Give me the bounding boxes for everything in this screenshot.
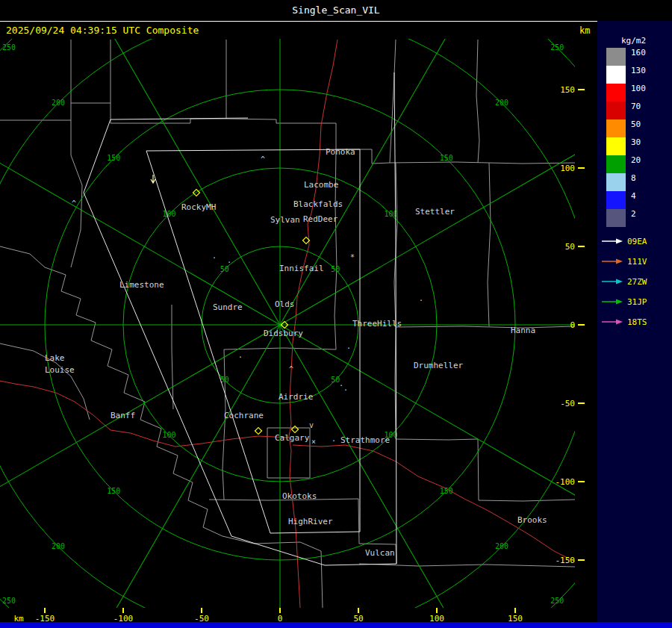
town-label-stettler: Stettler	[415, 207, 455, 217]
point-marker: v	[309, 421, 314, 429]
town-label-blackfalds: Blackfalds	[293, 199, 343, 209]
colorbar-swatch-50	[606, 119, 626, 137]
colorbar-value-label: 2	[631, 210, 636, 219]
county-boundary-line	[396, 326, 575, 328]
map-markers: ^^*·····^··v×·	[72, 155, 423, 446]
county-boundary-line	[226, 40, 396, 164]
range-ring-label: 200	[52, 99, 65, 107]
point-marker: ·	[227, 258, 231, 267]
town-label-louise: Louise	[45, 365, 75, 375]
arrow-head	[616, 239, 623, 244]
radar-legend: 09EA111V27ZW31JP18TS	[600, 236, 671, 344]
colorbar-swatch-4	[606, 191, 626, 209]
town-label-calgary: Calgary	[275, 433, 310, 443]
radar-arrow-icon	[600, 277, 624, 286]
colorbar-value-label: 100	[631, 84, 646, 93]
range-ring-label: 250	[550, 43, 564, 52]
range-ring-label: 100	[162, 210, 175, 218]
colorbar-units: kg/m2	[621, 36, 646, 46]
colorbar-value-label: 30	[631, 138, 641, 147]
town-label-airdrie: Airdrie	[279, 392, 313, 402]
timestamp: 2025/09/24 04:39:15 UTC Composite	[6, 25, 199, 36]
colorbar-value-label: 50	[631, 120, 641, 129]
radar-station-id: 27ZW	[627, 277, 647, 287]
radar-arrow-icon	[600, 317, 624, 326]
right-axis-tick-label: 0	[570, 320, 575, 330]
town-diamond-marker	[291, 426, 298, 432]
arrow-head	[616, 259, 623, 264]
radar-arrow-icon	[600, 297, 624, 306]
right-axis-unit: km	[579, 25, 590, 36]
town-label-highriver: HighRiver	[288, 517, 333, 526]
radar-map: 5010015020025050100150200250501001502002…	[0, 21, 597, 626]
county-boundary-line	[0, 246, 45, 267]
point-marker: *	[350, 253, 355, 261]
town-label-reddeer: RedDeer	[303, 214, 338, 224]
right-axis-tick-label: 100	[560, 164, 575, 173]
town-label-sundre: Sundre	[213, 302, 243, 312]
title-bar: Single_Scan_VIL	[0, 0, 672, 22]
range-ring-200km	[0, 21, 594, 626]
town-label-hanna: Hanna	[511, 326, 535, 335]
radar-display: Single_Scan_VIL	[0, 0, 672, 628]
range-ring-label: 150	[107, 487, 120, 495]
colorbar: 16013010070503020842	[606, 48, 669, 234]
range-ring-250km	[0, 21, 597, 626]
point-marker: ^	[72, 199, 76, 208]
colorbar-swatch-2	[606, 209, 626, 227]
town-label-olds: Olds	[275, 299, 295, 309]
range-ring-label: 150	[107, 154, 120, 162]
town-label-okotoks: Okotoks	[282, 491, 317, 501]
window-title: Single_Scan_VIL	[292, 4, 379, 16]
town-label-didsbury: Didsbury	[264, 329, 303, 338]
radar-coverage-outline	[84, 72, 396, 565]
county-boundary-line	[476, 40, 479, 163]
colorbar-value-label: 160	[631, 49, 646, 57]
arrow-head	[616, 320, 623, 325]
colorbar-swatch-100	[606, 84, 626, 102]
colorbar-value-label: 8	[631, 174, 636, 183]
county-boundary-line	[223, 536, 323, 608]
point-marker: ·	[343, 386, 348, 394]
right-axis-tick-label: 50	[565, 242, 575, 252]
right-axis-tick-label: -50	[560, 399, 575, 408]
town-diamond-marker	[255, 427, 261, 434]
point-marker: ·	[419, 296, 423, 305]
colorbar-swatch-70	[606, 102, 626, 119]
point-marker: ·	[238, 353, 243, 361]
county-boundary-line	[396, 439, 575, 501]
sidebar: kg/m2 16013010070503020842 09EA111V27ZW3…	[597, 21, 672, 622]
colorbar-value-label: 20	[631, 156, 641, 165]
town-label-lacombe: Lacombe	[304, 180, 338, 190]
radar-station-row: 31JP	[600, 296, 647, 307]
colorbar-swatch-130	[606, 66, 626, 84]
map-content: 5010015020025050100150200250501001502002…	[0, 21, 597, 626]
radar-station-id: 09EA	[627, 237, 647, 246]
point-marker: ·	[346, 344, 351, 352]
arrow-head	[616, 279, 623, 285]
town-label-rockymh: RockyMH	[181, 202, 216, 212]
range-grid: 5010015020025050100150200250501001502002…	[0, 21, 597, 626]
range-ring-label: 250	[2, 43, 16, 52]
point-marker: ×	[311, 438, 316, 446]
colorbar-swatch-160	[606, 48, 626, 66]
point-marker: ·	[332, 437, 336, 445]
radar-arrow-icon	[600, 237, 624, 246]
county-boundary-line	[172, 305, 173, 409]
status-bar	[0, 622, 672, 628]
town-label-lake: Lake	[45, 353, 65, 363]
radar-station-row: 18TS	[600, 317, 647, 327]
radar-arrow-icon	[600, 257, 624, 266]
highway-line	[293, 445, 575, 562]
colorbar-value-label: 130	[631, 66, 646, 75]
town-label-sylvan: Sylvan	[270, 215, 300, 225]
town-label-cochrane: Cochrane	[224, 411, 264, 420]
colorbar-swatch-30	[606, 137, 626, 155]
radar-station-id: 31JP	[627, 297, 647, 307]
range-ring-label: 200	[495, 99, 508, 107]
right-axis-tick-label: -100	[556, 477, 576, 487]
town-label-ponoka: Ponoka	[326, 147, 355, 157]
town-label-innisfail: Innisfail	[279, 264, 324, 273]
right-axis-tick-label: -150	[556, 556, 576, 565]
town-label-banff: Banff	[111, 411, 135, 420]
